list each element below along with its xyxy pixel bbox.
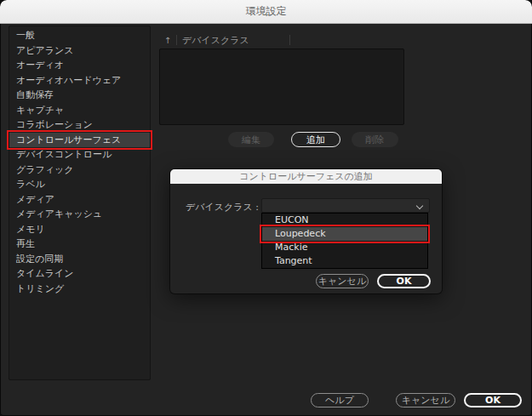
device-class-option[interactable]: Loupedeck [262,227,427,241]
sidebar-item-label: メディア [16,194,54,205]
dialog-title: コントロールサーフェスの追加 [170,169,442,184]
device-class-column-header[interactable]: デバイスクラス [177,34,289,47]
sort-ascending-icon[interactable]: ↑ [159,36,176,45]
sidebar-item-label: タイムライン [16,268,74,279]
help-button[interactable]: ヘルプ [311,393,369,407]
sidebar-item-label: メモリ [16,224,45,235]
sidebar-item[interactable]: 再生 [9,236,150,252]
device-class-option[interactable]: Tangent [262,254,427,268]
cancel-button[interactable]: キャンセル [396,393,455,407]
sidebar-item-label: 設定の同期 [16,254,63,265]
sidebar-item[interactable]: デバイスコントロール [9,147,150,162]
add-control-surface-dialog: コントロールサーフェスの追加 デバイスクラス : EUCON Loupedeck… [170,169,442,293]
sidebar-item[interactable]: メディアキャッシュ [9,207,150,222]
delete-button[interactable]: 削除 [352,132,398,147]
device-class-list[interactable] [159,48,404,125]
sidebar-item-label: ラベル [16,179,45,190]
sidebar-item[interactable]: メディア [9,192,150,208]
sidebar-item[interactable]: 自動保存 [9,88,150,103]
sidebar-item[interactable]: トリミング [9,282,150,297]
dialog-ok-button[interactable]: OK [377,274,431,288]
option-label: Tangent [275,255,312,266]
device-class-list-header[interactable]: ↑ デバイスクラス [159,33,404,47]
sidebar-item-label: コントロールサーフェス [16,134,121,145]
preferences-category-list: 一般 アピアランス オーディオ オーディオハードウェア 自動保存 キャプチャ [9,26,151,380]
option-label: Mackie [275,242,307,253]
sidebar-item[interactable]: メモリ [9,222,150,237]
option-label: EUCON [275,214,309,225]
ok-button[interactable]: OK [464,393,522,407]
sidebar-item[interactable]: ラベル [9,177,150,192]
sidebar-item-label: オーディオ [16,60,64,71]
sidebar-item[interactable]: コラボレーション [9,117,150,133]
add-button[interactable]: 追加 [291,132,340,147]
window-title: 環境設定 [246,4,287,19]
sidebar-item-label: グラフィック [16,164,74,175]
sidebar-item[interactable]: アピアランス [9,43,150,59]
sidebar-item-label: 再生 [16,238,35,249]
sidebar-item-label: オーディオハードウェア [16,75,121,86]
sidebar-item[interactable]: キャプチャ [9,103,150,118]
window-titlebar[interactable]: 環境設定 [0,0,532,24]
sidebar-item[interactable]: タイムライン [9,266,150,282]
column-separator [289,35,290,45]
sidebar-item-label: メディアキャッシュ [16,208,102,219]
sidebar-item[interactable]: 一般 [9,28,150,43]
sidebar-item-label: トリミング [16,283,64,294]
device-class-options-menu: EUCON Loupedeck Mackie Tangent [261,213,428,269]
sidebar-item-label: キャプチャ [16,105,64,116]
chevron-down-icon [417,203,423,209]
sidebar-item-label: 一般 [16,30,35,41]
device-class-option[interactable]: Mackie [262,241,427,254]
sidebar-item-label: デバイスコントロール [16,149,112,160]
dialog-cancel-button[interactable]: キャンセル [316,274,369,288]
device-class-select[interactable] [261,198,430,213]
option-label: Loupedeck [275,228,326,239]
sidebar-item[interactable]: グラフィック [9,162,150,178]
device-class-field-label: デバイスクラス : [186,201,259,214]
device-class-option[interactable]: EUCON [262,214,427,227]
edit-button[interactable]: 編集 [228,132,274,147]
sidebar-item-label: アピアランス [16,45,74,56]
preferences-window: 環境設定 一般 アピアランス オーディオ オーディオハードウェア 自動保存 [0,0,532,416]
sidebar-item[interactable]: オーディオハードウェア [9,73,150,88]
sidebar-item-label: コラボレーション [16,119,93,130]
sidebar-item[interactable]: 設定の同期 [9,252,150,267]
sidebar-item[interactable]: コントロールサーフェス [9,133,150,148]
sidebar-item[interactable]: オーディオ [9,58,150,73]
sidebar-item-label: 自動保存 [16,89,54,100]
